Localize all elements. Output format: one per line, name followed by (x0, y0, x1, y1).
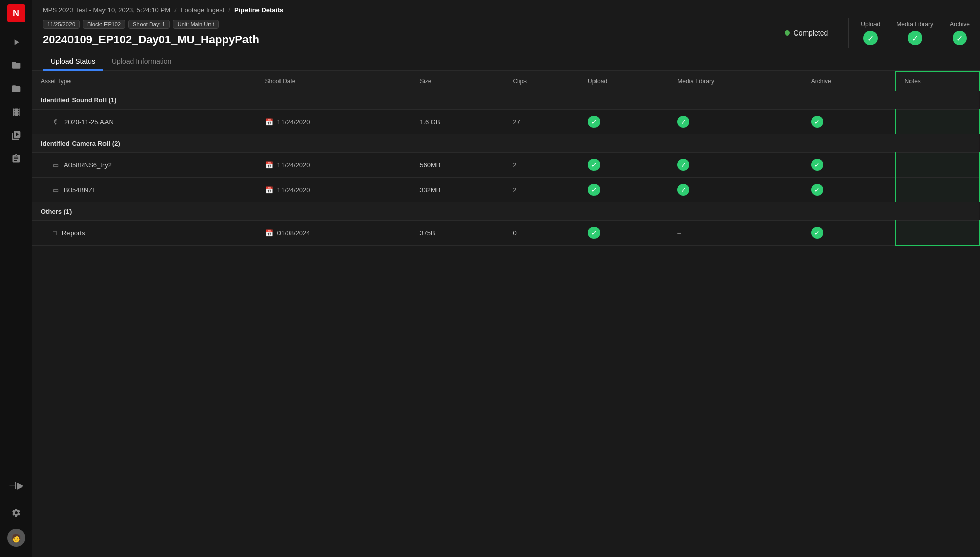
asset-table-wrapper: Asset Type Shoot Date Size Clips Upload … (32, 71, 980, 246)
archive-status-cell: ✓ (803, 110, 896, 134)
archive-check-sm: ✓ (811, 227, 823, 239)
col-upload: Upload (580, 71, 669, 91)
header-status-area: Completed Upload ✓ Media Library ✓ Archi… (785, 18, 970, 48)
settings-icon[interactable] (6, 503, 26, 523)
archive-check: ✓ (953, 31, 967, 45)
upload-status-cell: ✓ (580, 110, 669, 134)
media-library-status-col: Media Library ✓ (896, 21, 933, 45)
breadcrumb-project: MPS 2023 Test - May 10, 2023, 5:24:10 PM (43, 6, 170, 14)
sidebar-item-clipboard[interactable] (6, 149, 26, 169)
group-camera-roll-label: Identified Camera Roll (2) (32, 134, 979, 153)
media-library-dash: – (677, 229, 681, 237)
asset-name: A058RNS6_try2 (64, 161, 112, 169)
clips-cell: 2 (505, 153, 580, 178)
page-title: 20240109_EP102_Day01_MU_HappyPath (43, 33, 259, 46)
clips-cell: 0 (505, 221, 580, 246)
media-library-status-cell: ✓ (669, 110, 802, 134)
group-sound-roll: Identified Sound Roll (1) (32, 91, 979, 110)
upload-check-sm: ✓ (588, 159, 600, 171)
date-value: 11/24/2020 (277, 161, 310, 169)
sidebar-item-video[interactable] (6, 32, 26, 52)
tab-upload-information[interactable]: Upload Information (103, 53, 180, 71)
table-row: ▭ A058RNS6_try2 📅 11/24/2020 560MB 2 (32, 153, 979, 178)
upload-col-label: Upload (861, 21, 880, 28)
asset-name-cell: ▭ A058RNS6_try2 (32, 153, 257, 178)
media-library-check-sm: ✓ (677, 116, 689, 128)
upload-check-sm: ✓ (588, 184, 600, 196)
asset-name-cell: □ Reports (32, 221, 257, 246)
archive-status-cell: ✓ (803, 153, 896, 178)
shoot-date-cell: 📅 01/08/2024 (257, 221, 412, 246)
date-value: 01/08/2024 (277, 229, 310, 237)
size-cell: 1.6 GB (411, 110, 505, 134)
sidebar-item-folder2[interactable] (6, 79, 26, 99)
table-row: 🎙 2020-11-25.AAN 📅 11/24/2020 1.6 GB 27 (32, 110, 979, 134)
table-row: □ Reports 📅 01/08/2024 375B 0 ✓ (32, 221, 979, 246)
group-camera-roll: Identified Camera Roll (2) (32, 134, 979, 153)
upload-status-cell: ✓ (580, 153, 669, 178)
col-media-library: Media Library (669, 71, 802, 91)
media-library-status-cell: ✓ (669, 178, 802, 202)
col-notes: Notes (896, 71, 979, 91)
archive-check-sm: ✓ (811, 184, 823, 196)
upload-check: ✓ (863, 31, 878, 45)
main-content: MPS 2023 Test - May 10, 2023, 5:24:10 PM… (32, 0, 980, 557)
clips-cell: 2 (505, 178, 580, 202)
user-avatar[interactable]: 🧑 (7, 529, 25, 547)
page-content: Asset Type Shoot Date Size Clips Upload … (32, 71, 980, 557)
col-archive: Archive (803, 71, 896, 91)
calendar-icon: 📅 (265, 229, 273, 237)
media-library-col-label: Media Library (896, 21, 933, 28)
tab-bar: Upload Status Upload Information (43, 53, 970, 70)
upload-status-col: Upload ✓ (861, 21, 880, 45)
sidebar-item-film2[interactable] (6, 125, 26, 146)
col-size: Size (411, 71, 505, 91)
archive-check-sm: ✓ (811, 116, 823, 128)
breadcrumb-sep1: / (174, 6, 177, 14)
sidebar: N ⊣▶ 🧑 (0, 0, 32, 557)
date-value: 11/24/2020 (277, 186, 310, 194)
col-clips: Clips (505, 71, 580, 91)
asset-name-cell: 🎙 2020-11-25.AAN (32, 110, 257, 134)
tag-shoot-day: Shoot Day: 1 (128, 20, 170, 29)
asset-table: Asset Type Shoot Date Size Clips Upload … (32, 71, 980, 246)
tag-list: 11/25/2020 Block: EP102 Shoot Day: 1 Uni… (43, 20, 259, 29)
size-cell: 332MB (411, 178, 505, 202)
archive-status-col: Archive ✓ (950, 21, 970, 45)
notes-cell (896, 178, 979, 202)
status-label: Completed (794, 29, 828, 37)
group-others-label: Others (1) (32, 202, 979, 221)
table-row: ▭ B054BNZE 📅 11/24/2020 332MB 2 (32, 178, 979, 202)
archive-status-cell: ✓ (803, 221, 896, 246)
tag-block: Block: EP102 (83, 20, 125, 29)
calendar-icon: 📅 (265, 161, 273, 169)
sidebar-item-film[interactable] (6, 102, 26, 122)
notes-cell (896, 221, 979, 246)
breadcrumb: MPS 2023 Test - May 10, 2023, 5:24:10 PM… (43, 6, 970, 14)
clips-cell: 27 (505, 110, 580, 134)
media-library-check-sm: ✓ (677, 159, 689, 171)
tag-date: 11/25/2020 (43, 20, 80, 29)
size-cell: 560MB (411, 153, 505, 178)
media-library-status-cell: – (669, 221, 802, 246)
upload-check-sm: ✓ (588, 227, 600, 239)
header-divider (848, 18, 849, 48)
status-dot (785, 30, 790, 36)
header-status-cols: Upload ✓ Media Library ✓ Archive ✓ (861, 21, 970, 45)
upload-check-sm: ✓ (588, 116, 600, 128)
asset-name: B054BNZE (64, 186, 97, 194)
camera-icon: ▭ (53, 161, 59, 169)
folder-icon: □ (53, 229, 57, 237)
breadcrumb-section[interactable]: Footage Ingest (181, 6, 225, 14)
archive-status-cell: ✓ (803, 178, 896, 202)
asset-name-cell: ▭ B054BNZE (32, 178, 257, 202)
sidebar-item-folder[interactable] (6, 55, 26, 76)
pipeline-icon[interactable]: ⊣▶ (6, 475, 26, 496)
shoot-date-cell: 📅 11/24/2020 (257, 178, 412, 202)
calendar-icon: 📅 (265, 118, 273, 126)
archive-col-label: Archive (950, 21, 970, 28)
tag-unit: Unit: Main Unit (173, 20, 219, 29)
app-logo[interactable]: N (7, 4, 25, 22)
tab-upload-status[interactable]: Upload Status (43, 53, 103, 71)
shoot-date-cell: 📅 11/24/2020 (257, 110, 412, 134)
